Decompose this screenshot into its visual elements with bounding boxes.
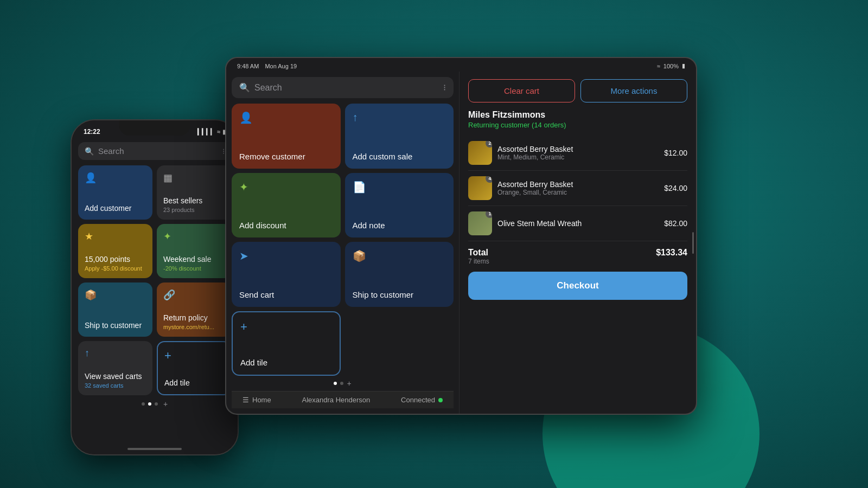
tablet-body: 🔍 Search ⁝ 👤 Remove customer ↑ Add custo… <box>226 72 696 414</box>
cart-item-0-variant: Mint, Medium, Ceramic <box>497 153 659 161</box>
return-policy-label: Return policy <box>163 313 225 323</box>
tablet-grid-icon: ⁝ <box>443 82 446 93</box>
phone-content: 🔍 Search ⁝ 👤 Add customer ▦ Best sellers… <box>72 138 238 410</box>
cart-item-1-qty: 4 <box>486 176 492 183</box>
cart-item-1-variant: Orange, Small, Ceramic <box>497 189 659 196</box>
tablet-time: 9:48 AM <box>237 63 259 69</box>
clear-cart-button[interactable]: Clear cart <box>468 79 575 102</box>
search-placeholder: Search <box>98 146 222 156</box>
add-note-label: Add note <box>353 221 446 230</box>
search-icon: 🔍 <box>85 147 94 156</box>
add-custom-sale-icon: ↑ <box>353 111 446 124</box>
tablet-page-dots: + <box>232 376 454 391</box>
phone-tile-best-sellers[interactable]: ▦ Best sellers 23 products <box>157 165 231 220</box>
cart-total-amount: $133.34 <box>656 248 687 258</box>
cart-item-0-image: 2 <box>468 141 492 165</box>
phone-tile-ship[interactable]: 📦 Ship to customer <box>78 282 152 337</box>
tablet-tile-add-note[interactable]: 📄 Add note <box>345 173 454 238</box>
checkout-button[interactable]: Checkout <box>468 272 687 300</box>
phone-add-page-icon[interactable]: + <box>163 400 168 408</box>
phone-search-bar[interactable]: 🔍 Search ⁝ <box>78 142 231 160</box>
tablet-tile-add-custom-sale[interactable]: ↑ Add custom sale <box>345 104 454 169</box>
cart-item-0-price: $12.00 <box>664 149 687 157</box>
tablet-tile-send-cart[interactable]: ➤ Send cart <box>232 242 341 307</box>
phone-status-right: ▎▎▎▎ ≈ ▮ <box>197 129 226 136</box>
phone-tile-saved-carts[interactable]: ↑ View saved carts 32 saved carts <box>78 341 152 395</box>
more-actions-button[interactable]: More actions <box>580 79 687 102</box>
add-note-icon: 📄 <box>353 181 446 194</box>
phone-home-bar <box>127 448 182 450</box>
tablet-wifi-icon: ≈ <box>657 63 660 69</box>
tablet-status-bar: 9:48 AM Mon Aug 19 ≈ 100% ▮ <box>226 58 696 72</box>
cart-total-items: 7 items <box>468 258 489 265</box>
points-label: 15,000 points <box>85 255 146 264</box>
tablet-tile-add-discount[interactable]: ✦ Add discount <box>232 173 341 238</box>
tablet-add-page[interactable]: + <box>347 379 351 388</box>
cart-item-1: 4 Assorted Berry Basket Orange, Small, C… <box>468 171 687 206</box>
best-sellers-sub: 23 products <box>163 207 225 213</box>
add-discount-label: Add discount <box>239 221 333 230</box>
phone-tile-add-tile[interactable]: + Add tile <box>157 341 231 395</box>
cart-item-1-image: 4 <box>468 176 492 200</box>
points-icon: ★ <box>85 230 146 242</box>
best-sellers-label: Best sellers <box>163 196 225 206</box>
weekend-sale-label: Weekend sale <box>163 255 225 264</box>
signal-icon: ▎▎▎▎ <box>197 129 215 136</box>
add-customer-icon: 👤 <box>85 172 146 184</box>
return-policy-sub: mystore.com/retu... <box>163 324 225 330</box>
staff-name: Alexandra Henderson <box>302 396 371 404</box>
cart-item-1-price: $24.00 <box>664 184 687 192</box>
phone-tile-points[interactable]: ★ 15,000 points Apply -$5.00 discount <box>78 224 152 278</box>
cart-item-2: 1 Olive Stem Metal Wreath $82.00 <box>468 206 687 241</box>
tablet-device: 9:48 AM Mon Aug 19 ≈ 100% ▮ 🔍 Search ⁝ <box>225 57 697 415</box>
phone-tiles-grid: 👤 Add customer ▦ Best sellers 23 product… <box>78 165 231 395</box>
saved-carts-label: View saved carts <box>85 372 146 381</box>
connected-dot <box>438 398 443 402</box>
phone-dot-2 <box>148 402 151 406</box>
tablet-add-tile-icon: + <box>240 320 332 334</box>
cart-item-2-qty: 1 <box>486 211 492 218</box>
phone-dot-3 <box>155 402 158 406</box>
add-customer-label: Add customer <box>85 204 146 213</box>
wifi-icon: ≈ <box>217 129 220 135</box>
cart-item-1-details: Assorted Berry Basket Orange, Small, Cer… <box>497 180 659 196</box>
tablet-tiles-grid: 👤 Remove customer ↑ Add custom sale ✦ Ad… <box>232 104 454 376</box>
cart-item-2-name: Olive Stem Metal Wreath <box>497 219 659 228</box>
hamburger-icon: ☰ <box>242 396 249 404</box>
remove-customer-icon: 👤 <box>239 111 333 124</box>
phone-tile-weekend-sale[interactable]: ✦ Weekend sale -20% discount <box>157 224 231 278</box>
phone-tile-add-customer[interactable]: 👤 Add customer <box>78 165 152 220</box>
phone-tile-return-policy[interactable]: 🔗 Return policy mystore.com/retu... <box>157 282 231 337</box>
tablet-status-right: ≈ 100% ▮ <box>657 62 685 69</box>
tablet-tile-add-tile[interactable]: + Add tile <box>232 311 341 376</box>
connection-status: Connected <box>401 396 443 404</box>
points-sub: Apply -$5.00 discount <box>85 265 146 272</box>
home-label: Home <box>252 396 271 404</box>
cart-item-0-name: Assorted Berry Basket <box>497 145 659 153</box>
add-custom-sale-label: Add custom sale <box>353 152 446 161</box>
phone-dot-1 <box>142 402 145 406</box>
customer-name: Miles Fitzsimmons <box>468 110 687 120</box>
cart-total-row: Total 7 items $133.34 <box>468 241 687 267</box>
tablet-screen: 9:48 AM Mon Aug 19 ≈ 100% ▮ 🔍 Search ⁝ <box>226 58 696 414</box>
phone-screen: 12:22 ▎▎▎▎ ≈ ▮ 🔍 Search ⁝ 👤 Add customer <box>72 120 238 454</box>
cart-item-2-image: 1 <box>468 211 492 235</box>
tablet-date: Mon Aug 19 <box>265 63 297 69</box>
weekend-sale-sub: -20% discount <box>163 265 225 272</box>
home-button[interactable]: ☰ Home <box>242 396 271 404</box>
remove-customer-label: Remove customer <box>239 152 333 161</box>
cart-item-0: 2 Assorted Berry Basket Mint, Medium, Ce… <box>468 136 687 171</box>
tablet-search-placeholder: Search <box>254 83 443 93</box>
tablet-cart-panel: Clear cart More actions Miles Fitzsimmon… <box>459 72 696 414</box>
tablet-tile-remove-customer[interactable]: 👤 Remove customer <box>232 104 341 169</box>
ship-label: Ship to customer <box>85 321 146 330</box>
tablet-add-tile-label: Add tile <box>240 358 332 367</box>
tablet-search-bar[interactable]: 🔍 Search ⁝ <box>232 77 454 98</box>
saved-carts-icon: ↑ <box>85 348 146 359</box>
phone-notch <box>119 120 190 136</box>
tablet-tile-ship-to-customer[interactable]: 📦 Ship to customer <box>345 242 454 307</box>
cart-items-list: 2 Assorted Berry Basket Mint, Medium, Ce… <box>468 136 687 241</box>
phone-page-dots: + <box>78 395 231 410</box>
tablet-battery: 100% <box>663 63 679 69</box>
tablet-time-date: 9:48 AM Mon Aug 19 <box>237 63 297 69</box>
